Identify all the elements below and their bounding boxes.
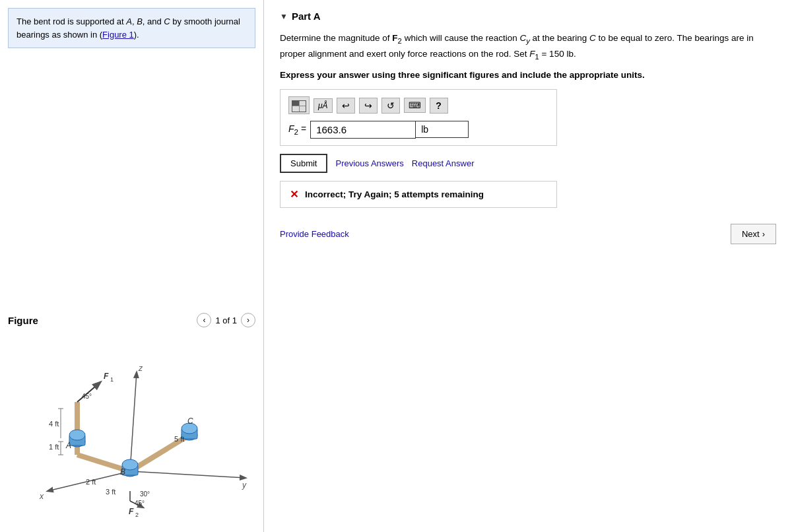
- problem-text: Determine the magnitude of F2 which will…: [280, 31, 775, 62]
- collapse-arrow[interactable]: ▼: [280, 12, 288, 21]
- figure-title: Figure: [8, 315, 38, 326]
- svg-text:2: 2: [135, 512, 139, 517]
- next-arrow-icon: ›: [762, 229, 765, 239]
- svg-text:F: F: [129, 507, 134, 516]
- error-icon: ✕: [290, 188, 298, 201]
- svg-text:A: A: [65, 441, 71, 450]
- problem-description: The bent rod is supported at A, B, and C…: [8, 8, 255, 48]
- svg-text:B: B: [120, 467, 125, 477]
- svg-text:z: z: [138, 364, 143, 373]
- answer-box: μÅ ↩ ↪ ↺ ⌨ ? F2 = lb: [280, 89, 557, 146]
- toolbar: μÅ ↩ ↪ ↺ ⌨ ?: [288, 96, 548, 114]
- submit-button[interactable]: Submit: [280, 154, 327, 173]
- provide-feedback-link[interactable]: Provide Feedback: [280, 229, 349, 239]
- svg-point-12: [69, 430, 85, 440]
- answer-input[interactable]: [310, 121, 416, 139]
- svg-text:2 ft: 2 ft: [86, 478, 96, 486]
- figure-header: Figure ‹ 1 of 1 ›: [8, 313, 255, 327]
- svg-text:C: C: [187, 416, 193, 426]
- svg-text:5 ft: 5 ft: [174, 435, 184, 443]
- refresh-button[interactable]: ↺: [381, 98, 400, 114]
- svg-text:45°: 45°: [82, 393, 92, 400]
- input-label: F2 =: [288, 123, 306, 136]
- svg-text:y: y: [242, 481, 247, 490]
- svg-text:3 ft: 3 ft: [106, 488, 116, 496]
- svg-text:x: x: [39, 492, 44, 501]
- figure-prev-button[interactable]: ‹: [197, 313, 211, 327]
- units-button[interactable]: μÅ: [314, 98, 333, 113]
- bottom-row: Provide Feedback Next ›: [280, 224, 776, 244]
- var-b: B: [137, 17, 143, 26]
- var-c: C: [164, 17, 170, 26]
- request-answer-link[interactable]: Request Answer: [412, 158, 475, 168]
- feedback-box: ✕ Incorrect; Try Again; 5 attempts remai…: [280, 181, 557, 208]
- svg-text:F: F: [104, 372, 109, 381]
- svg-text:45°: 45°: [135, 500, 145, 507]
- figure-link[interactable]: Figure 1: [102, 30, 134, 40]
- help-button[interactable]: ?: [430, 98, 448, 114]
- figure-page: 1 of 1: [215, 316, 237, 325]
- previous-answers-link[interactable]: Previous Answers: [335, 158, 403, 168]
- next-label: Next: [742, 229, 760, 239]
- left-panel: The bent rod is supported at A, B, and C…: [0, 0, 264, 532]
- part-header: ▼ Part A: [280, 11, 776, 22]
- figure-nav: ‹ 1 of 1 ›: [197, 313, 255, 327]
- svg-rect-0: [8, 333, 255, 517]
- input-row: F2 = lb: [288, 121, 548, 139]
- figure-section: Figure ‹ 1 of 1 ›: [8, 313, 255, 524]
- svg-text:30°: 30°: [140, 490, 150, 498]
- units-box: lb: [416, 121, 469, 138]
- redo-button[interactable]: ↪: [359, 98, 378, 114]
- keyboard-button[interactable]: ⌨: [404, 98, 426, 113]
- feedback-text: Incorrect; Try Again; 5 attempts remaini…: [305, 189, 484, 199]
- right-panel: ▼ Part A Determine the magnitude of F2 w…: [264, 0, 792, 532]
- svg-text:1 ft: 1 ft: [49, 443, 59, 451]
- svg-text:1: 1: [110, 376, 114, 383]
- submit-row: Submit Previous Answers Request Answer: [280, 154, 776, 173]
- units-text: lb: [421, 124, 428, 135]
- figure-image: x y z: [8, 333, 255, 524]
- part-title: Part A: [292, 11, 321, 22]
- matrix-button[interactable]: [288, 96, 310, 114]
- svg-text:4 ft: 4 ft: [49, 420, 59, 428]
- problem-instruction: Express your answer using three signific…: [280, 70, 776, 80]
- next-button[interactable]: Next ›: [731, 224, 776, 244]
- figure-next-button[interactable]: ›: [241, 313, 255, 327]
- undo-button[interactable]: ↩: [337, 98, 355, 114]
- var-a: A: [126, 17, 132, 26]
- figure-svg: x y z: [8, 333, 255, 517]
